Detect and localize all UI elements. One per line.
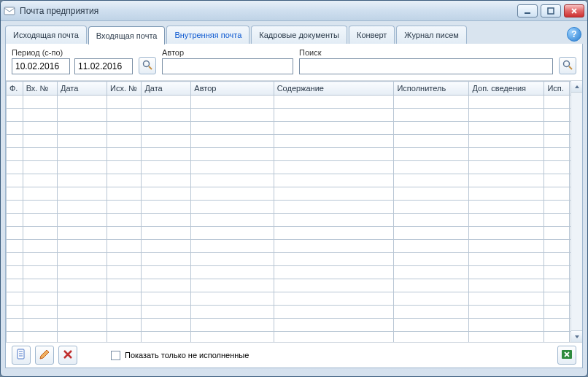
table-cell[interactable]	[394, 266, 469, 279]
table-cell[interactable]	[142, 332, 191, 343]
table-row[interactable]	[7, 227, 582, 240]
new-button[interactable]	[12, 346, 31, 365]
table-cell[interactable]	[394, 319, 469, 332]
table-cell[interactable]	[544, 240, 570, 253]
table-cell[interactable]	[274, 319, 394, 332]
table-cell[interactable]	[191, 227, 274, 240]
table-cell[interactable]	[544, 319, 570, 332]
table-cell[interactable]	[394, 148, 469, 161]
table-cell[interactable]	[544, 292, 570, 306]
table-cell[interactable]	[544, 266, 570, 279]
table-cell[interactable]	[7, 227, 23, 240]
table-cell[interactable]	[544, 187, 570, 201]
table-cell[interactable]	[107, 135, 142, 148]
table-cell[interactable]	[274, 122, 394, 135]
table-cell[interactable]	[58, 148, 107, 161]
show-unexecuted-checkbox[interactable]: Показать только не исполненные	[111, 351, 249, 360]
table-cell[interactable]	[191, 201, 274, 214]
tab-5[interactable]: Журнал писем	[396, 26, 466, 44]
table-cell[interactable]	[191, 279, 274, 292]
table-cell[interactable]	[107, 240, 142, 253]
table-cell[interactable]	[142, 148, 191, 161]
table-cell[interactable]	[23, 174, 57, 187]
table-cell[interactable]	[469, 227, 544, 240]
search-period-button[interactable]	[139, 57, 156, 74]
table-cell[interactable]	[58, 109, 107, 122]
column-header[interactable]: Исполнитель	[394, 82, 469, 96]
table-cell[interactable]	[58, 332, 107, 343]
table-cell[interactable]	[544, 174, 570, 187]
column-header[interactable]: Дата	[58, 82, 107, 96]
table-cell[interactable]	[142, 227, 191, 240]
edit-button[interactable]	[35, 346, 54, 365]
table-cell[interactable]	[274, 148, 394, 161]
table-cell[interactable]	[544, 306, 570, 319]
table-cell[interactable]	[274, 109, 394, 122]
table-cell[interactable]	[142, 214, 191, 227]
table-cell[interactable]	[469, 332, 544, 343]
table-cell[interactable]	[469, 214, 544, 227]
table-cell[interactable]	[23, 96, 57, 109]
table-cell[interactable]	[58, 122, 107, 135]
table-cell[interactable]	[142, 174, 191, 187]
table-cell[interactable]	[23, 266, 57, 279]
table-cell[interactable]	[191, 266, 274, 279]
table-cell[interactable]	[469, 279, 544, 292]
search-button[interactable]	[559, 57, 576, 74]
table-cell[interactable]	[191, 214, 274, 227]
table-cell[interactable]	[274, 306, 394, 319]
table-cell[interactable]	[274, 201, 394, 214]
tab-4[interactable]: Конверт	[349, 26, 395, 44]
table-cell[interactable]	[469, 253, 544, 266]
date-from-input[interactable]	[12, 58, 70, 74]
table-cell[interactable]	[544, 332, 570, 343]
table-cell[interactable]	[544, 161, 570, 174]
table-cell[interactable]	[23, 319, 57, 332]
table-cell[interactable]	[142, 253, 191, 266]
table-cell[interactable]	[274, 266, 394, 279]
table-cell[interactable]	[7, 214, 23, 227]
table-cell[interactable]	[23, 148, 57, 161]
column-header[interactable]: Исх. №	[107, 82, 142, 96]
scroll-down-button[interactable]	[571, 330, 582, 342]
table-cell[interactable]	[107, 266, 142, 279]
table-cell[interactable]	[274, 279, 394, 292]
table-cell[interactable]	[191, 319, 274, 332]
table-cell[interactable]	[23, 227, 57, 240]
table-row[interactable]	[7, 135, 582, 148]
table-cell[interactable]	[58, 292, 107, 306]
table-cell[interactable]	[7, 306, 23, 319]
table-cell[interactable]	[469, 319, 544, 332]
table-cell[interactable]	[58, 253, 107, 266]
column-header[interactable]: Содержание	[274, 82, 394, 96]
table-row[interactable]	[7, 161, 582, 174]
table-row[interactable]	[7, 279, 582, 292]
table-cell[interactable]	[191, 96, 274, 109]
table-cell[interactable]	[394, 122, 469, 135]
table-cell[interactable]	[7, 161, 23, 174]
table-cell[interactable]	[394, 306, 469, 319]
table-cell[interactable]	[7, 109, 23, 122]
column-header[interactable]: Ф.	[7, 82, 23, 96]
table-cell[interactable]	[142, 161, 191, 174]
table-cell[interactable]	[7, 96, 23, 109]
table-cell[interactable]	[544, 135, 570, 148]
table-cell[interactable]	[274, 135, 394, 148]
table-cell[interactable]	[274, 161, 394, 174]
help-button[interactable]: ?	[567, 27, 581, 42]
table-cell[interactable]	[7, 319, 23, 332]
table-cell[interactable]	[469, 161, 544, 174]
table-cell[interactable]	[394, 201, 469, 214]
table-cell[interactable]	[544, 227, 570, 240]
table-cell[interactable]	[142, 292, 191, 306]
table-cell[interactable]	[7, 332, 23, 343]
table-row[interactable]	[7, 292, 582, 306]
data-grid[interactable]: Ф.Вх. №ДатаИсх. №ДатаАвторСодержаниеИспо…	[6, 81, 582, 342]
table-row[interactable]	[7, 266, 582, 279]
table-cell[interactable]	[23, 109, 57, 122]
table-cell[interactable]	[274, 253, 394, 266]
table-cell[interactable]	[107, 227, 142, 240]
table-cell[interactable]	[544, 96, 570, 109]
table-cell[interactable]	[107, 96, 142, 109]
table-cell[interactable]	[142, 135, 191, 148]
